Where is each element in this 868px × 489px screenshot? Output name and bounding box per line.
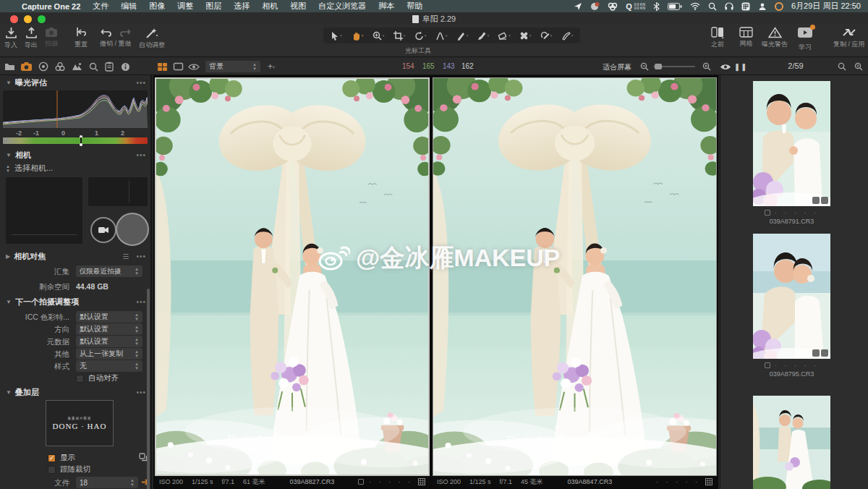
photo-1-grid-icon[interactable]	[418, 478, 425, 485]
import-button[interactable]: 导入	[4, 27, 17, 50]
menu-camera[interactable]: 相机	[262, 1, 278, 12]
before-after-button[interactable]: 之前	[710, 27, 725, 49]
zoom-tool[interactable]: ▾	[370, 29, 387, 42]
file-select[interactable]: 18▲▼	[76, 477, 138, 488]
menu-edit[interactable]: 编辑	[121, 1, 137, 12]
thumbnail-2-rating[interactable]: · · · · ·	[775, 362, 819, 369]
menubar-clock[interactable]: 6月29日 周日 22:50	[791, 1, 861, 12]
capture-shutter-button[interactable]	[116, 213, 149, 246]
thumbnail-2-checkbox[interactable]	[765, 362, 770, 368]
library-tab-icon[interactable]	[3, 60, 16, 73]
auto-adjust-button[interactable]: 自动调整	[139, 27, 165, 50]
photo-2-rating[interactable]: · · · · ·	[656, 478, 700, 485]
zoom-in-icon[interactable]	[700, 60, 713, 73]
browser-eye-icon[interactable]	[719, 60, 732, 73]
capture-tab-icon[interactable]	[20, 60, 33, 73]
launchpad-icon[interactable]	[741, 2, 750, 11]
redo-icon[interactable]	[119, 27, 131, 38]
pan-tool[interactable]: ▾	[349, 29, 366, 42]
menu-file[interactable]: 文件	[93, 1, 109, 12]
metadata-tab-icon[interactable]	[103, 60, 116, 73]
thumbnail-1-checkbox[interactable]	[765, 210, 770, 216]
headset-icon[interactable]	[725, 2, 733, 10]
style-select[interactable]: 无▲▼	[76, 360, 142, 372]
browser-pause-icon[interactable]: ❚❚	[734, 60, 747, 73]
more-icon[interactable]: •••	[136, 298, 146, 306]
list-icon[interactable]: ☰	[123, 252, 130, 260]
spot-removal-tool[interactable]: ▾	[454, 29, 471, 42]
erase-mask-tool[interactable]: ▾	[495, 29, 513, 42]
thumbnail-2[interactable]: · · · · · 039A8795.CR3	[753, 234, 830, 378]
other-select[interactable]: 从上一张复制▲▼	[76, 348, 142, 360]
photo-card-2[interactable]: 東昊样片研发 DONG · HAO ISO 200 1/125 s f/7.1 …	[433, 77, 717, 488]
clone-tool[interactable]: ▾	[537, 29, 555, 42]
adjust-tab-icon[interactable]	[70, 60, 83, 73]
pool-select[interactable]: 仅限最近拍摄 ▲▼	[76, 265, 142, 277]
zoom-fit-select[interactable]: 适合屏幕	[603, 62, 631, 72]
overlay-section-header[interactable]: ▼ 叠加层 •••	[0, 387, 152, 398]
reset-button[interactable]: 重置	[75, 27, 88, 49]
exposure-warning-button[interactable]: 曝光警告	[762, 27, 788, 49]
undo-icon[interactable]	[101, 27, 113, 38]
photo-card-1[interactable]: 東昊样片研发 DONG · HAO ISO 200 1/125 s f/7.1 …	[155, 77, 430, 488]
exposure-section-header[interactable]: ▼ 曝光评估 •••	[0, 77, 152, 88]
thumbnail-1-rating[interactable]: · · · · ·	[775, 209, 819, 216]
bluetooth-icon[interactable]	[653, 2, 660, 11]
browser-filter-icon[interactable]	[852, 60, 865, 73]
straighten-tool[interactable]: ▾	[433, 29, 450, 42]
camera-section-header[interactable]: ▼ 相机 •••	[0, 150, 152, 161]
menu-adjust[interactable]: 调整	[177, 1, 193, 12]
zoom-slider[interactable]	[653, 66, 695, 67]
single-view-toggle[interactable]	[171, 60, 184, 73]
menu-help[interactable]: 帮助	[407, 1, 422, 12]
location-icon[interactable]	[574, 2, 582, 11]
user-icon[interactable]	[758, 2, 767, 11]
next-capture-section-header[interactable]: ▼ 下一个拍摄调整项 •••	[0, 297, 152, 307]
zoom-out-icon[interactable]	[638, 60, 651, 73]
follow-crop-checkbox[interactable]	[48, 466, 56, 474]
photo-1-pick-checkbox[interactable]	[358, 479, 364, 485]
capture-button[interactable]: 拍摄	[45, 27, 58, 48]
orientation-select[interactable]: 默认设置▲▼	[76, 323, 142, 335]
net-monitor-icon[interactable]: Q 0.0 KN0.0 KN	[626, 2, 645, 11]
gradient-mask-tool[interactable]: ▾	[558, 29, 576, 42]
select-tool[interactable]: ▾	[328, 29, 345, 42]
app-menu[interactable]: Capture One 22	[22, 2, 80, 11]
rotate-tool[interactable]: ▾	[412, 29, 429, 42]
learn-button[interactable]: 学习	[797, 27, 813, 52]
record-icon[interactable]	[775, 2, 783, 11]
icc-select[interactable]: 默认设置▲▼	[76, 311, 142, 323]
exposure-meter[interactable]	[3, 137, 148, 144]
menu-image[interactable]: 图像	[149, 1, 165, 12]
color-tab-icon[interactable]	[54, 60, 67, 73]
lens-tab-icon[interactable]	[37, 60, 50, 73]
proof-view-toggle[interactable]	[187, 60, 200, 73]
spotlight-icon[interactable]	[708, 2, 717, 11]
draw-mask-tool[interactable]: ▾	[475, 29, 492, 42]
more-icon[interactable]: •••	[136, 79, 146, 87]
auto-align-checkbox[interactable]	[76, 375, 84, 383]
overlay-preview[interactable]: 東昊样片研发 DONG · HAO	[46, 400, 114, 446]
add-variant-icon[interactable]: +▾	[265, 60, 278, 73]
multi-view-toggle[interactable]	[156, 60, 169, 73]
live-view-button[interactable]	[90, 217, 116, 243]
menu-select[interactable]: 选择	[234, 1, 250, 12]
app-status-icon[interactable]	[590, 1, 600, 11]
more-icon[interactable]: •••	[136, 252, 146, 260]
metadata-select[interactable]: 默认设置▲▼	[76, 336, 142, 347]
heal-tool[interactable]: ▾	[516, 29, 534, 42]
thumbnail-3[interactable]	[753, 396, 830, 489]
menu-view[interactable]: 视图	[290, 1, 306, 12]
export-button[interactable]: 导出	[25, 27, 38, 50]
photo-1-rating[interactable]: · · · · ·	[369, 478, 413, 485]
background-select[interactable]: 背景 ▲▼	[205, 61, 260, 72]
camera-focus-section-header[interactable]: ▶ 相机对焦 ☰ •••	[0, 251, 152, 262]
crop-tool[interactable]: ▾	[391, 29, 408, 42]
more-icon[interactable]: •••	[136, 151, 146, 159]
thumbnail-1[interactable]: · · · · · 039A8791.CR3	[753, 81, 830, 225]
wifi-icon[interactable]	[690, 2, 700, 10]
more-icon[interactable]: •••	[136, 388, 146, 396]
panel-scrollbar[interactable]	[147, 289, 150, 489]
details-tab-icon[interactable]	[87, 60, 100, 73]
show-overlay-checkbox[interactable]: ✓	[48, 454, 56, 462]
